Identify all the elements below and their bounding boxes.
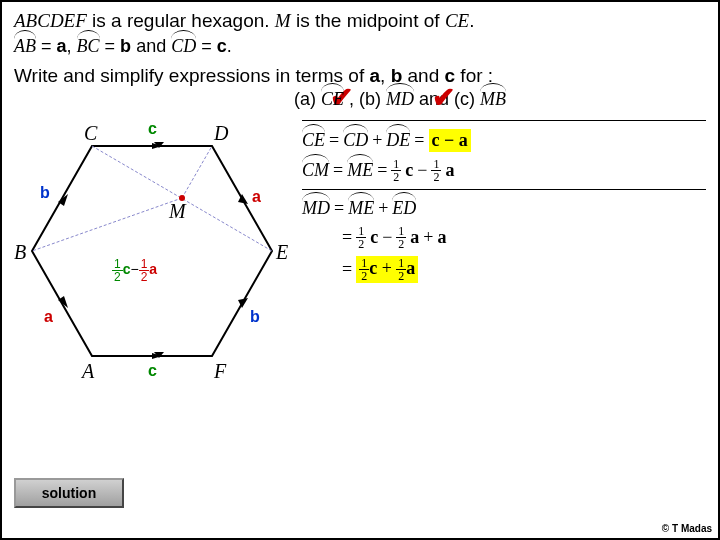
result-ce: c − a bbox=[429, 129, 471, 152]
problem-line-1: ABCDEF is a regular hexagon. M is the mi… bbox=[14, 10, 706, 32]
vertex-f: F bbox=[214, 360, 226, 383]
divider bbox=[302, 120, 706, 121]
vec-bc: BC bbox=[77, 36, 100, 57]
vec-ab: AB bbox=[14, 36, 36, 57]
result-md: 12c + 12a bbox=[356, 256, 418, 283]
hexagon-diagram: C D B E A F M c a b a b c 12c−12a bbox=[14, 116, 294, 406]
mid-expression: 12c−12a bbox=[112, 258, 157, 283]
vector-a: a bbox=[57, 36, 67, 56]
vec-cd: CD bbox=[171, 36, 196, 57]
solution-button[interactable]: solution bbox=[14, 478, 124, 508]
vertex-d: D bbox=[214, 122, 228, 145]
divider bbox=[302, 189, 706, 190]
row-ce: CE = CD + DE = c − a bbox=[302, 129, 706, 152]
check-icon: ✔ bbox=[432, 81, 455, 114]
row-md-3: = 12c + 12a bbox=[302, 256, 706, 283]
working-area: CE = CD + DE = c − a CM = ME = 12c − 12a… bbox=[294, 116, 706, 406]
midpoint-var: M bbox=[275, 10, 291, 31]
vector-c: c bbox=[217, 36, 227, 56]
vector-definitions: AB = a, BC = b and CD = c. bbox=[14, 36, 706, 57]
vertex-a: A bbox=[82, 360, 94, 383]
row-md-1: MD = ME + ED bbox=[302, 198, 706, 219]
edge-b-br: b bbox=[250, 308, 260, 326]
copyright: © T Madas bbox=[662, 523, 712, 534]
edge-a-right: a bbox=[252, 188, 261, 206]
edge-c-bottom: c bbox=[148, 362, 157, 380]
vertex-e: E bbox=[276, 241, 288, 264]
midpoint-m: M bbox=[169, 200, 186, 223]
svg-line-2 bbox=[182, 146, 212, 198]
svg-line-3 bbox=[32, 198, 182, 251]
row-md-2: = 12c − 12a + a bbox=[302, 225, 706, 250]
edge-b-left: b bbox=[40, 184, 50, 202]
svg-marker-0 bbox=[32, 146, 272, 356]
edge-c-top: c bbox=[148, 120, 157, 138]
question-parts: ✔ ✔ (a) CE , (b) MD and (c) MB bbox=[294, 89, 706, 110]
midpoint-of: CE bbox=[445, 10, 469, 31]
vertex-b: B bbox=[14, 241, 26, 264]
instruction: Write and simplify expressions in terms … bbox=[14, 65, 706, 87]
vector-b: b bbox=[120, 36, 131, 56]
row-cm: CM = ME = 12c − 12a bbox=[302, 158, 706, 183]
hexagon-name: ABCDEF bbox=[14, 10, 87, 31]
vertex-c: C bbox=[84, 122, 97, 145]
edge-a-bl: a bbox=[44, 308, 53, 326]
